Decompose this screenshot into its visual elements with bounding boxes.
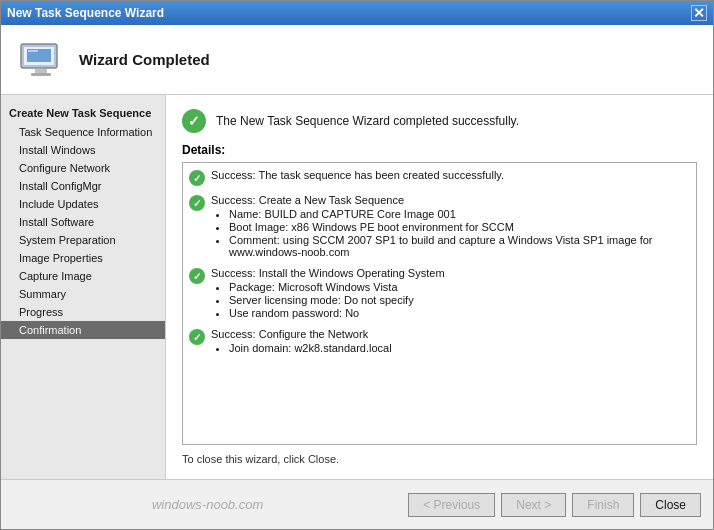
main-window: New Task Sequence Wizard ✕ Wizard Comple…	[0, 0, 714, 530]
detail-bullets-1: Name: BUILD and CAPTURE Core Image 001 B…	[229, 208, 690, 258]
window-title: New Task Sequence Wizard	[7, 6, 164, 20]
sidebar-item-install-configmgr[interactable]: Install ConfigMgr	[1, 177, 165, 195]
detail-title-0: Success: The task sequence has been crea…	[211, 169, 504, 181]
check-icon-0: ✓	[189, 170, 205, 186]
details-box[interactable]: ✓ Success: The task sequence has been cr…	[182, 162, 697, 445]
close-button[interactable]: Close	[640, 493, 701, 517]
bullet-item: Comment: using SCCM 2007 SP1 to build an…	[229, 234, 690, 258]
sidebar: Create New Task Sequence Task Sequence I…	[1, 95, 166, 479]
sidebar-item-install-windows[interactable]: Install Windows	[1, 141, 165, 159]
watermark: windows-noob.com	[13, 497, 402, 512]
sidebar-item-progress[interactable]: Progress	[1, 303, 165, 321]
svg-rect-2	[35, 69, 47, 73]
detail-entry-2: ✓ Success: Install the Windows Operating…	[189, 267, 690, 320]
main-panel: ✓ The New Task Sequence Wizard completed…	[166, 95, 713, 479]
bullet-item: Join domain: w2k8.standard.local	[229, 342, 690, 354]
svg-rect-5	[28, 50, 38, 52]
sidebar-item-system-preparation[interactable]: System Preparation	[1, 231, 165, 249]
header-area: Wizard Completed	[1, 25, 713, 95]
sidebar-item-confirmation[interactable]: Confirmation	[1, 321, 165, 339]
detail-title-2: Success: Install the Windows Operating S…	[211, 267, 445, 279]
wizard-icon	[17, 36, 65, 84]
window-close-button[interactable]: ✕	[691, 5, 707, 21]
content-area: Create New Task Sequence Task Sequence I…	[1, 95, 713, 479]
details-label: Details:	[182, 143, 697, 157]
footer: windows-noob.com < Previous Next > Finis…	[1, 479, 713, 529]
check-icon-3: ✓	[189, 329, 205, 345]
check-icon-1: ✓	[189, 195, 205, 211]
check-icon-2: ✓	[189, 268, 205, 284]
sidebar-item-summary[interactable]: Summary	[1, 285, 165, 303]
sidebar-item-include-updates[interactable]: Include Updates	[1, 195, 165, 213]
bullet-item: Server licensing mode: Do not specify	[229, 294, 690, 306]
detail-entry-1: ✓ Success: Create a New Task Sequence Na…	[189, 194, 690, 259]
detail-title-3: Success: Configure the Network	[211, 328, 368, 340]
bullet-item: Boot Image: x86 Windows PE boot environm…	[229, 221, 690, 233]
success-icon: ✓	[182, 109, 206, 133]
bullet-item: Package: Microsoft Windows Vista	[229, 281, 690, 293]
detail-bullets-2: Package: Microsoft Windows Vista Server …	[229, 281, 690, 319]
sidebar-item-image-properties[interactable]: Image Properties	[1, 249, 165, 267]
sidebar-item-task-sequence-information[interactable]: Task Sequence Information	[1, 123, 165, 141]
success-header: ✓ The New Task Sequence Wizard completed…	[182, 109, 697, 133]
detail-title-1: Success: Create a New Task Sequence	[211, 194, 404, 206]
previous-button[interactable]: < Previous	[408, 493, 495, 517]
success-message: The New Task Sequence Wizard completed s…	[216, 114, 519, 128]
bullet-item: Name: BUILD and CAPTURE Core Image 001	[229, 208, 690, 220]
svg-rect-3	[31, 73, 51, 76]
detail-bullets-3: Join domain: w2k8.standard.local	[229, 342, 690, 354]
title-bar: New Task Sequence Wizard ✕	[1, 1, 713, 25]
bullet-item: Use random password: No	[229, 307, 690, 319]
sidebar-item-capture-image[interactable]: Capture Image	[1, 267, 165, 285]
detail-entry-0: ✓ Success: The task sequence has been cr…	[189, 169, 690, 186]
sidebar-item-configure-network[interactable]: Configure Network	[1, 159, 165, 177]
sidebar-item-install-software[interactable]: Install Software	[1, 213, 165, 231]
finish-button[interactable]: Finish	[572, 493, 634, 517]
sidebar-section-title: Create New Task Sequence	[1, 103, 165, 123]
header-title: Wizard Completed	[79, 51, 210, 68]
close-hint: To close this wizard, click Close.	[182, 453, 697, 465]
detail-entry-3: ✓ Success: Configure the Network Join do…	[189, 328, 690, 355]
next-button[interactable]: Next >	[501, 493, 566, 517]
